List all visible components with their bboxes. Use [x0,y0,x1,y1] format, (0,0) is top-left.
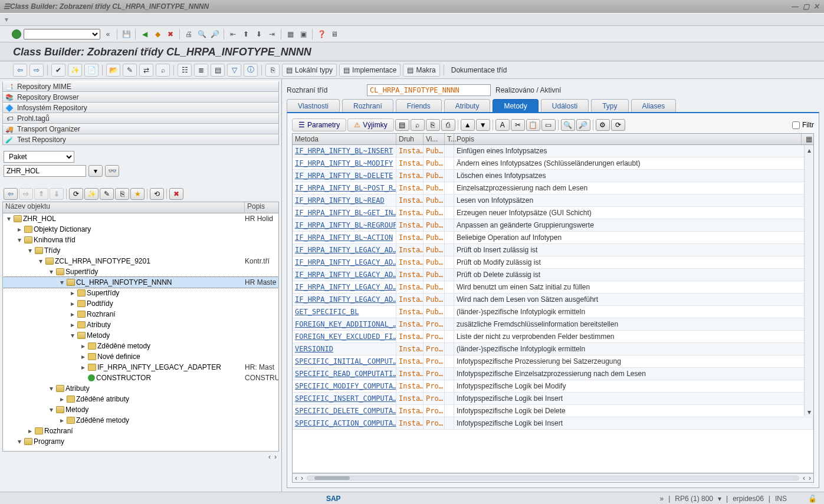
tab-interfaces[interactable]: Rozhraní [342,99,393,112]
nav-back-button[interactable]: ⇦ [13,64,27,77]
tree-node-classlib[interactable]: ▾ Knihovna tříd [3,235,278,245]
maximize-icon[interactable]: ▢ [802,2,810,11]
nav-infosystem[interactable]: 🔷Infosystém Repository [2,103,279,113]
scroll-right2-icon[interactable]: › [809,474,811,482]
method-name[interactable]: IF_HRPA_INFTY_LEGACY_AD… [293,244,396,256]
menu-dropdown-icon[interactable]: ▾ [5,15,8,24]
toggle-button[interactable]: ⇄ [139,64,153,77]
col-description[interactable]: Popis [454,134,802,144]
activate-button[interactable]: ✨ [68,64,82,77]
method-name[interactable]: IF_HRPA_INFTY_LEGACY_AD… [293,281,396,293]
method-row[interactable]: SPECIFIC_MODIFY_COMPUTA…Insta…Pro…Infoty… [293,380,813,393]
method-row[interactable]: SPECIFIC_READ_COMPUTATI…Insta…Pro…Infoty… [293,368,813,380]
method-row[interactable]: FOREIGN_KEY_EXCLUDED_FI…Insta…Pro…Liste … [293,331,813,343]
redef-button[interactable]: ⎙ [441,119,455,131]
configure-columns-icon[interactable]: ▦ [802,134,813,144]
hierarchy-button[interactable]: ☷ [178,64,192,77]
other-object-button[interactable]: 📂 [106,64,120,77]
nav-repository-browser[interactable]: 📚Repository Browser [2,92,279,103]
display-button[interactable]: 👓 [105,165,119,177]
tab-attributes[interactable]: Atributy [444,99,491,112]
grid-hscrollbar[interactable]: ‹ › ‹ › [292,473,814,483]
local-icon[interactable]: ⎘ [265,64,280,77]
tree-node-dictionary[interactable]: ▸ Objekty Dictionary [3,224,278,235]
find-next-icon[interactable]: 🔎 [209,29,220,39]
where-used-button[interactable]: ⌕ [411,119,425,131]
refresh-button[interactable]: ⟳ [611,119,625,131]
tree-node-sub-methods[interactable]: ▾ Metody [3,330,278,341]
method-name[interactable]: SPECIFIC_INITIAL_COMPUT… [293,355,396,367]
method-name[interactable]: VERSIONID [293,343,396,355]
macros-button[interactable]: ▤Makra [403,64,439,77]
grid-vscrollbar[interactable]: ▴▾ [804,145,813,416]
last-page-icon[interactable]: ⇥ [267,29,277,39]
method-name[interactable]: IF_HRPA_INFTY_LEGACY_AD… [293,294,396,305]
tree-fwd-button[interactable]: ⇨ [19,188,33,200]
tab-friends[interactable]: Friends [396,99,442,112]
method-name[interactable]: IF_HRPA_INFTY_LEGACY_AD… [293,256,396,268]
method-row[interactable]: IF_HRPA_INFTY_LEGACY_AD…Insta…Pub…Prüft … [293,244,813,256]
tree-node-inherited-meth2[interactable]: ▸ Zděděné metody [3,415,278,426]
nav-test-repository[interactable]: 🧪Test Repository [2,134,279,145]
method-row[interactable]: IF_HRPA_INFTY_BL~ACTIONInsta…Pub…Beliebi… [293,232,813,244]
outline-button[interactable]: ≣ [194,64,208,77]
method-name[interactable]: SPECIFIC_READ_COMPUTATI… [293,368,396,380]
copy-button[interactable]: ⎘ [426,119,440,131]
filter-checkbox[interactable]: Filtr [792,121,814,129]
tree-node-inherited-methods[interactable]: ▸ Zděděné metody [3,341,278,351]
first-page-icon[interactable]: ⇤ [228,29,238,39]
status-system[interactable]: RP6 (1) 800 [675,495,713,503]
nav-repository-mime[interactable]: 📑Repository MIME [2,81,279,92]
cut-button[interactable]: ✂ [511,119,525,131]
close-icon[interactable]: ✕ [812,2,820,11]
col-type[interactable]: T... [445,134,454,144]
method-row[interactable]: IF_HRPA_INFTY_BL~MODIFYInsta…Pub…Ändern … [293,157,813,170]
methods-grid[interactable]: ▴▾ IF_HRPA_INFTY_BL~INSERTInsta…Pub…Einf… [292,145,814,473]
local-types-button[interactable]: ▤Lokální typy [282,64,337,77]
tree-node-sub-super[interactable]: ▸ Supertřídy [3,288,278,298]
method-row[interactable]: SPECIFIC_DELETE_COMPUTA…Insta…Pro…Infoty… [293,405,813,417]
tree-node-classes[interactable]: ▾ Třídy [3,245,278,256]
tree-back-button[interactable]: ⇦ [4,188,18,200]
where-used-button[interactable]: ⌕ [156,64,170,77]
method-name[interactable]: FOREIGN_KEY_ADDITIONAL_… [293,318,396,330]
scroll-left2-icon[interactable]: ‹ [803,474,805,482]
nav-forward-button[interactable]: ⇨ [29,64,44,77]
tree-hscroll[interactable]: ‹› [2,452,279,462]
tree-fav-button[interactable]: ★ [130,188,145,200]
exceptions-button[interactable]: ⚠Výjimky [347,118,393,131]
paste-button[interactable]: 📋 [526,119,540,131]
method-row[interactable]: VERSIONIDInsta…Pro…(länder-)spezifische … [293,343,813,355]
tree-node-sub-sub[interactable]: ▸ Podtřídy [3,298,278,309]
method-row[interactable]: IF_HRPA_INFTY_LEGACY_AD…Insta…Pub…Prüft … [293,256,813,269]
display-edit-button[interactable]: ✎ [123,64,137,77]
tree-close-button[interactable]: ✖ [169,188,183,200]
method-name[interactable]: IF_HRPA_INFTY_BL~READ [293,195,396,206]
method-name[interactable]: GET_SPECIFIC_BL [293,306,396,318]
enter-icon[interactable] [12,29,21,39]
tree-node-selected-class[interactable]: ▾ CL_HRPA_INFOTYPE_NNNNHR Maste [3,277,278,288]
col-method[interactable]: Metoda [293,134,396,144]
col-visibility[interactable]: Vi... [424,134,445,144]
method-row[interactable]: FOREIGN_KEY_ADDITIONAL_…Insta…Pro…zusätz… [293,318,813,331]
method-row[interactable]: IF_HRPA_INFTY_BL~REGROUPInsta…Pub…Anpass… [293,219,813,232]
tree-node-inherited-attr[interactable]: ▸ Zděděné atributy [3,394,278,404]
tree-edit-button[interactable]: ✎ [100,188,114,200]
tree-button[interactable]: ▤ [211,64,225,77]
info-button[interactable]: ⓘ [244,64,258,77]
tree-refresh-button[interactable]: ⟳ [69,188,83,200]
nav-transport-organizer[interactable]: 🚚Transport Organizer [2,124,279,134]
method-name[interactable]: IF_HRPA_INFTY_BL~POST_R… [293,182,396,194]
method-row[interactable]: SPECIFIC_INSERT_COMPUTA…Insta…Pro…Infoty… [293,393,813,405]
col-name[interactable]: Název objektu [3,202,245,213]
method-row[interactable]: IF_HRPA_INFTY_LEGACY_AD…Insta…Pub…Wird b… [293,281,813,294]
tree-node-sub-attributes[interactable]: ▸ Atributy [3,319,278,330]
method-row[interactable]: IF_HRPA_INFTY_BL~POST_R…Insta…Pub…Einzel… [293,182,813,195]
tab-methods[interactable]: Metody [493,99,538,112]
tab-types[interactable]: Typy [591,99,628,112]
nav-tag-browser[interactable]: 🏷Prohl.tagů [2,113,279,124]
package-input[interactable] [4,165,86,177]
abc-button[interactable]: A [495,119,510,131]
filter-button[interactable]: ▽ [227,64,241,77]
check-button[interactable]: ✔ [51,64,65,77]
